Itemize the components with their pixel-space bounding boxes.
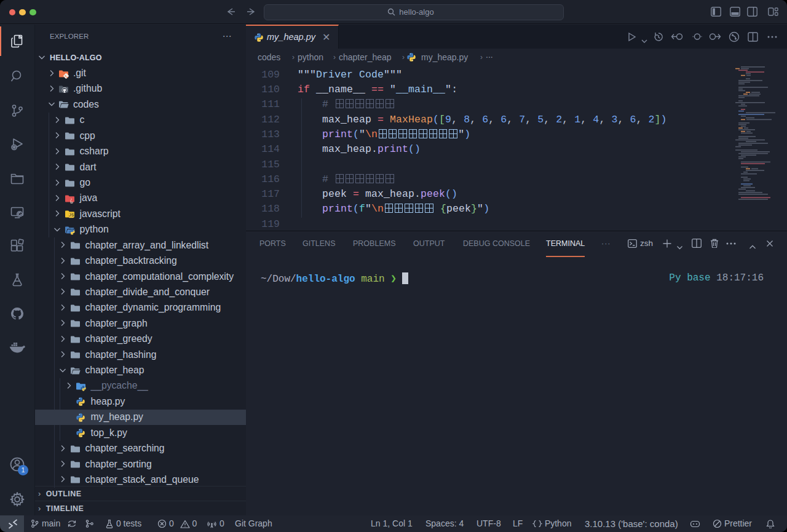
svg-text:JS: JS	[69, 213, 74, 218]
